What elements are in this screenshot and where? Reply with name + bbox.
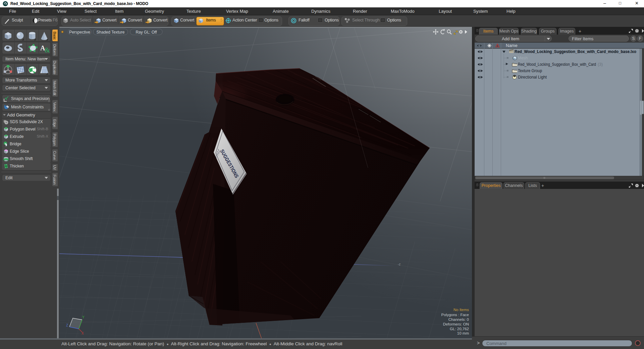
svg-text:Channels: 0: Channels: 0	[448, 317, 469, 321]
svg-text:Perspective: Perspective	[69, 30, 90, 35]
svg-text:X: X	[82, 332, 84, 335]
svg-text:Ray GL: Off: Ray GL: Off	[136, 30, 157, 35]
svg-text:Deformers: ON: Deformers: ON	[443, 322, 469, 326]
svg-text:No Items: No Items	[453, 308, 469, 312]
svg-text:Polygons : Face: Polygons : Face	[441, 313, 469, 317]
svg-text:Texture Group: Texture Group	[518, 68, 542, 73]
svg-text:Shaded Texture: Shaded Texture	[97, 30, 125, 35]
svg-text:&: &	[45, 46, 50, 54]
svg-text:Directional Light: Directional Light	[518, 75, 547, 80]
svg-text:GL: 20,762: GL: 20,762	[450, 327, 469, 331]
svg-text:Y: Y	[82, 315, 85, 319]
svg-text:Red_Wood_Locking_Suggestion_Bo: Red_Wood_Locking_Suggestion_Box_with_Car…	[518, 62, 596, 67]
svg-text:(3): (3)	[598, 62, 603, 67]
svg-text:Z: Z	[66, 323, 68, 327]
svg-text:-z: -z	[398, 262, 400, 266]
svg-text:Red_Wood_Locking_Suggestion_Bo: Red_Wood_Locking_Suggestion_Box_with_Car…	[515, 49, 636, 54]
svg-text:10 mm: 10 mm	[457, 331, 469, 335]
svg-text:Mesh: Mesh	[518, 56, 528, 60]
